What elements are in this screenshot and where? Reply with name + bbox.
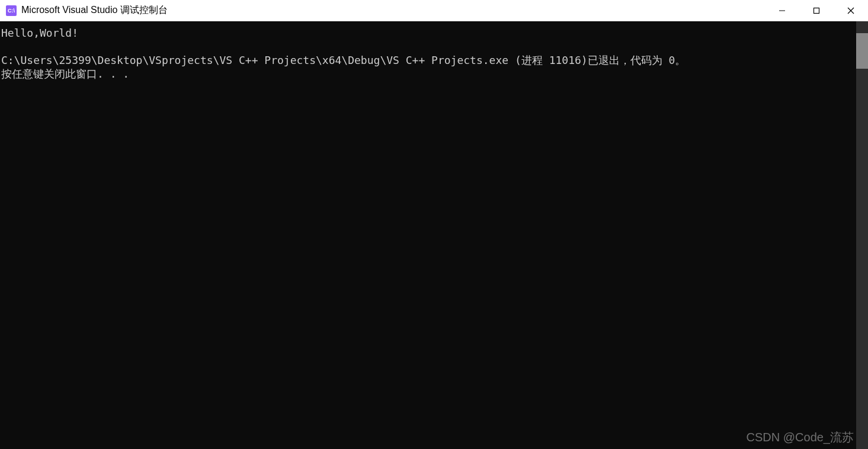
titlebar-left: C:\ Microsoft Visual Studio 调试控制台 (0, 4, 168, 17)
svg-rect-1 (814, 8, 819, 13)
window-frame: C:\ Microsoft Visual Studio 调试控制台 Hello,… (0, 0, 868, 449)
console-line: Hello,World! (1, 27, 78, 39)
console-line: 按任意键关闭此窗口. . . (1, 68, 129, 80)
maximize-button[interactable] (799, 0, 834, 21)
console-line: C:\Users\25399\Desktop\VSprojects\VS C++… (1, 54, 686, 66)
window-title: Microsoft Visual Studio 调试控制台 (21, 4, 168, 17)
maximize-icon (813, 7, 820, 14)
minimize-icon (779, 7, 786, 14)
titlebar[interactable]: C:\ Microsoft Visual Studio 调试控制台 (0, 0, 868, 21)
scrollbar-thumb[interactable] (856, 33, 868, 69)
minimize-button[interactable] (765, 0, 799, 21)
close-button[interactable] (834, 0, 868, 21)
console-area[interactable]: Hello,World! C:\Users\25399\Desktop\VSpr… (0, 21, 868, 449)
window-controls (765, 0, 868, 21)
console-output: Hello,World! C:\Users\25399\Desktop\VSpr… (0, 21, 856, 449)
scrollbar-track[interactable] (856, 21, 868, 449)
close-icon (847, 7, 854, 14)
app-icon: C:\ (6, 5, 17, 16)
watermark-text: CSDN @Code_流苏 (747, 429, 854, 445)
